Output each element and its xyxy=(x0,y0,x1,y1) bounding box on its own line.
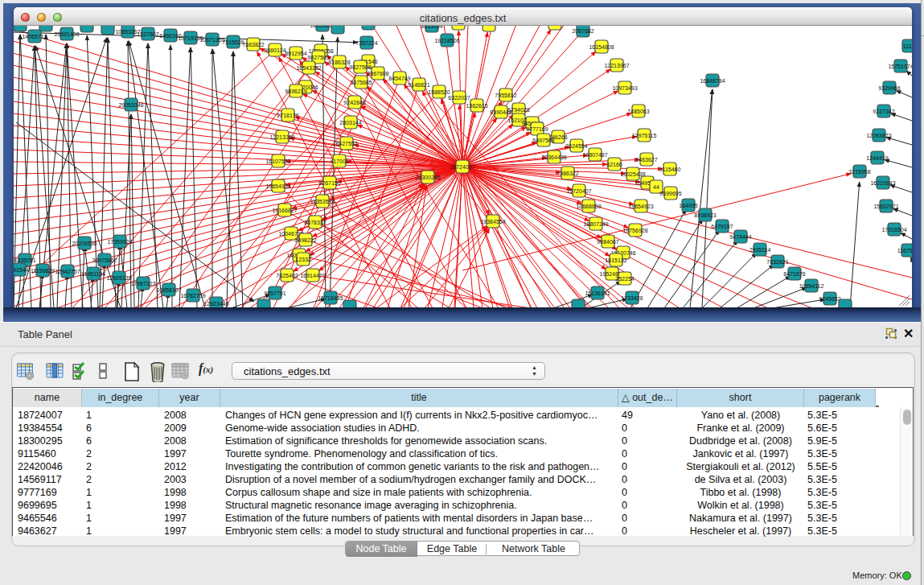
svg-text:12213369: 12213369 xyxy=(269,134,294,140)
svg-text:19384554: 19384554 xyxy=(480,219,505,225)
svg-text:6479197: 6479197 xyxy=(711,224,733,229)
svg-text:11451194: 11451194 xyxy=(81,271,105,277)
svg-text:8813054: 8813054 xyxy=(421,26,442,29)
svg-text:44: 44 xyxy=(653,184,659,190)
svg-text:10654112: 10654112 xyxy=(799,283,824,289)
svg-text:16154808: 16154808 xyxy=(589,44,614,50)
svg-text:19654934: 19654934 xyxy=(265,183,290,189)
svg-text:10958107: 10958107 xyxy=(156,287,181,293)
svg-text:7955812: 7955812 xyxy=(495,93,516,98)
svg-text:14055712: 14055712 xyxy=(22,34,47,39)
svg-text:1244419: 1244419 xyxy=(866,155,888,161)
svg-text:1362615: 1362615 xyxy=(466,103,487,109)
svg-text:15751074: 15751074 xyxy=(888,64,912,69)
svg-text:3215958: 3215958 xyxy=(848,169,870,175)
svg-text:7485063: 7485063 xyxy=(627,109,649,114)
svg-text:1615132: 1615132 xyxy=(605,257,626,263)
svg-text:19166827: 19166827 xyxy=(272,208,297,213)
svg-text:30975867: 30975867 xyxy=(92,257,117,263)
svg-text:15716485: 15716485 xyxy=(318,295,343,301)
svg-text:10688609: 10688609 xyxy=(576,204,601,209)
svg-text:164095: 164095 xyxy=(679,203,697,208)
svg-text:1733426: 1733426 xyxy=(621,295,643,301)
svg-text:9084067: 9084067 xyxy=(597,239,618,245)
svg-text:9827503: 9827503 xyxy=(307,55,329,60)
svg-text:15692971: 15692971 xyxy=(873,204,898,209)
svg-text:6497568: 6497568 xyxy=(532,138,554,143)
svg-text:2867608: 2867608 xyxy=(367,71,388,76)
svg-text:16210643: 16210643 xyxy=(870,180,895,186)
svg-text:2803144: 2803144 xyxy=(339,120,361,126)
svg-text:6322037: 6322037 xyxy=(448,95,470,101)
svg-text:8938923: 8938923 xyxy=(694,212,716,218)
svg-text:12505135: 12505135 xyxy=(106,275,131,281)
svg-text:16543382: 16543382 xyxy=(296,65,321,71)
svg-text:417006: 417006 xyxy=(330,159,348,164)
svg-text:20691406: 20691406 xyxy=(54,31,79,37)
svg-text:16848784: 16848784 xyxy=(700,78,725,84)
svg-text:3498222: 3498222 xyxy=(294,237,316,243)
svg-text:12332: 12332 xyxy=(295,257,311,262)
svg-text:10025438: 10025438 xyxy=(620,171,645,177)
svg-text:9245652: 9245652 xyxy=(819,296,840,302)
svg-text:1527602: 1527602 xyxy=(137,31,158,37)
svg-text:9227342: 9227342 xyxy=(873,109,894,114)
svg-text:17359924: 17359924 xyxy=(107,239,132,245)
svg-text:18807249: 18807249 xyxy=(583,221,608,227)
svg-text:9660124: 9660124 xyxy=(264,47,285,53)
svg-text:19654923: 19654923 xyxy=(628,204,653,209)
svg-text:16107553: 16107553 xyxy=(265,159,290,164)
svg-text:9115460: 9115460 xyxy=(659,167,681,172)
svg-text:12923446: 12923446 xyxy=(203,301,228,307)
svg-text:19218506: 19218506 xyxy=(434,38,459,43)
svg-text:16914479: 16914479 xyxy=(300,273,325,278)
svg-text:9777169: 9777169 xyxy=(526,126,548,132)
svg-text:12975115: 12975115 xyxy=(632,133,657,138)
svg-text:9896219: 9896219 xyxy=(285,89,306,94)
svg-text:15136141: 15136141 xyxy=(585,290,610,296)
svg-text:19756928: 19756928 xyxy=(622,228,647,233)
svg-text:8186328: 8186328 xyxy=(328,60,350,65)
svg-text:6794028: 6794028 xyxy=(507,107,529,113)
svg-text:8454749: 8454749 xyxy=(388,76,410,81)
svg-text:1167533: 1167533 xyxy=(897,248,912,253)
svg-text:1588520: 1588520 xyxy=(428,89,450,95)
svg-text:12093873: 12093873 xyxy=(866,133,891,138)
svg-text:2718176: 2718176 xyxy=(277,113,298,118)
svg-text:12213967: 12213967 xyxy=(604,63,629,68)
svg-text:23300285: 23300285 xyxy=(415,175,440,180)
svg-text:9474444: 9474444 xyxy=(729,234,751,240)
svg-text:1112: 1112 xyxy=(903,43,912,49)
svg-text:20364436: 20364436 xyxy=(541,154,566,160)
svg-text:391544: 391544 xyxy=(14,267,29,273)
svg-text:8912954: 8912954 xyxy=(285,51,306,56)
svg-text:8678332: 8678332 xyxy=(304,220,326,225)
svg-text:20206536: 20206536 xyxy=(72,241,97,246)
svg-text:252254: 252254 xyxy=(615,276,634,282)
svg-text:7357224: 7357224 xyxy=(355,40,377,46)
svg-text:7515526: 7515526 xyxy=(222,39,244,45)
svg-text:18724007: 18724007 xyxy=(450,164,474,170)
svg-text:8471676: 8471676 xyxy=(783,271,805,277)
svg-text:11353594: 11353594 xyxy=(310,199,335,204)
svg-text:8427552: 8427552 xyxy=(335,141,357,146)
svg-text:17957223: 17957223 xyxy=(130,281,155,286)
svg-text:10807487: 10807487 xyxy=(582,152,607,158)
svg-text:3675685: 3675685 xyxy=(350,80,372,85)
svg-text:9699695: 9699695 xyxy=(659,191,681,196)
svg-text:2087682: 2087682 xyxy=(572,28,593,34)
svg-text:4335051: 4335051 xyxy=(14,257,35,263)
svg-text:3624554: 3624554 xyxy=(565,143,587,149)
svg-text:7625402: 7625402 xyxy=(276,273,298,278)
svg-text:7986322: 7986322 xyxy=(556,171,578,176)
svg-text:15720407: 15720407 xyxy=(566,188,591,194)
svg-text:10671355: 10671355 xyxy=(199,37,224,43)
svg-text:9146821: 9146821 xyxy=(408,82,429,88)
svg-text:7632621: 7632621 xyxy=(766,259,788,265)
svg-text:7663822: 7663822 xyxy=(242,42,264,47)
svg-text:9827508: 9827508 xyxy=(349,64,371,70)
svg-text:12942757: 12942757 xyxy=(55,269,80,274)
svg-text:16782759: 16782759 xyxy=(180,293,205,299)
svg-text:29053346: 29053346 xyxy=(118,102,143,108)
svg-text:9329966: 9329966 xyxy=(878,85,900,91)
